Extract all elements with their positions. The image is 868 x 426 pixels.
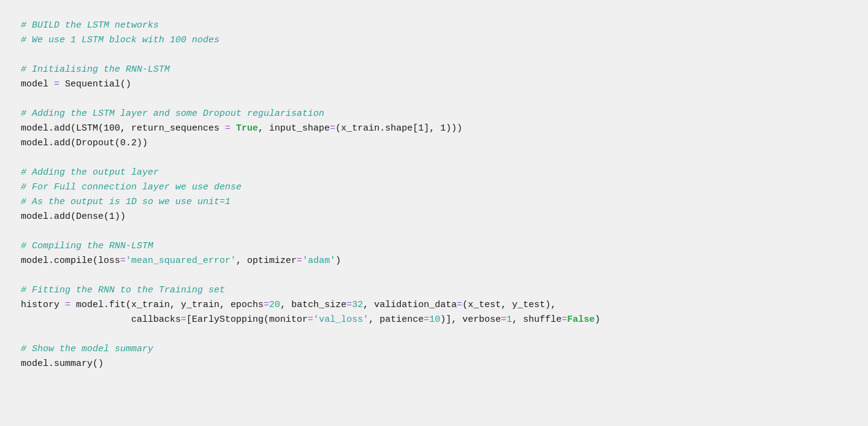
code-token: model [21,79,54,89]
code-token: )], verbose [440,314,501,325]
blank-line [21,327,847,342]
code-comment: # BUILD the LSTM networks [21,18,847,33]
code-token: ) [595,314,600,325]
code-token: = [308,314,313,325]
code-comment: # Adding the LSTM layer and some Dropout… [21,107,847,121]
code-comment: # Adding the output layer [21,165,847,180]
code-line: model.add(Dense(1)) [21,210,847,224]
code-token: = [330,123,335,134]
code-token: [EarlyStopping(monitor [186,314,308,325]
code-token: , shuffle [512,314,562,325]
code-token: 'adam' [302,256,335,266]
code-comment: # Initialising the RNN-LSTM [21,63,847,77]
code-token: model.summary() [21,359,104,369]
blank-line [21,151,847,165]
code-token: 20 [269,300,280,310]
code-token: (x_train.shape[1], 1))) [335,123,462,134]
code-token: model.fit(x_train, y_train, epochs [70,300,264,310]
code-comment: # We use 1 LSTM block with 100 nodes [21,33,847,48]
code-token: 10 [429,314,440,325]
code-token: model.compile(loss [21,256,120,266]
code-token: , batch_size [280,300,346,310]
code-token: 'val_loss' [313,314,368,325]
code-token: model.add(LSTM(100, return_sequences [21,123,225,134]
code-line: model = Sequential() [21,77,847,92]
code-token: = [54,79,59,89]
code-token: 'mean_squared_error' [126,256,236,266]
code-token: 32 [352,300,363,310]
code-token: , input_shape [258,123,330,134]
code-comment: # Compiling the RNN-LSTM [21,239,847,254]
code-token: callbacks [21,314,181,325]
code-token: False [567,314,595,325]
code-comment: # For Full connection layer we use dense [21,180,847,195]
code-token: Sequential() [59,79,131,89]
code-comment: # Fitting the RNN to the Training set [21,283,847,298]
code-token: , validation_data [363,300,457,310]
code-token: ) [335,256,341,266]
code-token: = [424,314,429,325]
code-comment: # Show the model summary [21,342,847,357]
code-token: = [457,300,462,310]
code-token: = [501,314,506,325]
code-line: model.compile(loss='mean_squared_error',… [21,254,847,268]
code-token: = [225,123,230,134]
code-token: (x_test, y_test), [462,300,556,310]
code-token: = [346,300,352,310]
code-token: = [264,300,269,310]
code-token: model.add(Dense(1)) [21,211,126,222]
code-comment: # As the output is 1D so we use unit=1 [21,195,847,210]
blank-line [21,268,847,283]
code-line: callbacks=[EarlyStopping(monitor='val_lo… [21,313,847,327]
code-token: = [120,256,126,266]
blank-line [21,224,847,239]
code-token: 1 [506,314,512,325]
code-token: = [297,256,302,266]
code-token: history [21,300,65,310]
code-line: model.add(Dropout(0.2)) [21,136,847,151]
code-token: = [562,314,567,325]
code-token: model.add(Dropout(0.2)) [21,138,148,148]
blank-line [21,92,847,107]
code-token: , optimizer [236,256,297,266]
code-token: = [65,300,70,310]
code-token: True [230,123,258,134]
code-line: history = model.fit(x_train, y_train, ep… [21,298,847,313]
code-line: model.summary() [21,357,847,371]
code-token: , patience [368,314,424,325]
code-line: model.add(LSTM(100, return_sequences = T… [21,121,847,136]
blank-line [21,48,847,63]
code-token: = [181,314,186,325]
code-editor: # BUILD the LSTM networks# We use 1 LSTM… [12,12,856,378]
